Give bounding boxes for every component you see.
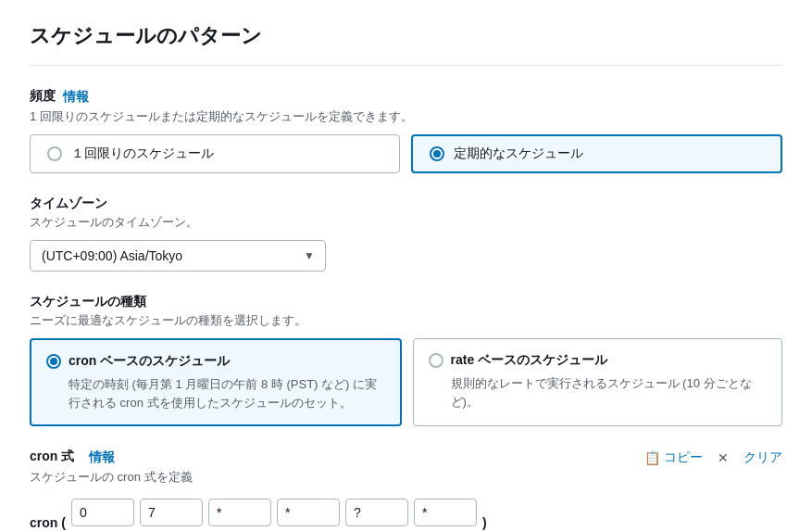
cron-header: cron 式 情報 📋 コピー ✕ クリア [30,449,782,467]
frequency-recurring-option[interactable]: 定期的なスケジュール [411,134,783,173]
frequency-once-radio [47,146,62,161]
timezone-section: タイムゾーン スケジュールのタイムゾーン。 (UTC+09:00) Asia/T… [30,196,782,272]
cron-description: スケジュールの cron 式を定義 [30,469,782,486]
cron-hour-input[interactable] [140,499,203,526]
cron-hour-wrapper: 時間 [140,499,203,531]
schedule-type-label: スケジュールの種類 [30,294,782,310]
frequency-description: 1 回限りのスケジュールまたは定期的なスケジュールを定義できます。 [30,108,782,125]
cron-copy-button[interactable]: 📋 コピー [644,449,703,466]
schedule-cron-label: cron ベースのスケジュール [69,353,230,370]
cron-actions: 📋 コピー ✕ クリア [644,449,782,466]
frequency-radio-group: １回限りのスケジュール 定期的なスケジュール [30,134,782,173]
schedule-rate-label: rate ベースのスケジュール [451,352,608,369]
timezone-description: スケジュールのタイムゾーン。 [30,214,782,231]
frequency-once-option[interactable]: １回限りのスケジュール [30,134,400,173]
cron-open-paren: cron ( [30,515,66,530]
cron-month-input[interactable] [277,499,340,526]
cron-day-of-month-input[interactable] [208,499,271,526]
cron-info-link[interactable]: 情報 [89,449,115,466]
schedule-type-group: cron ベースのスケジュール 特定の時刻 (毎月第 1 月曜日の午前 8 時 … [30,338,782,426]
cron-input-row: cron ( 分 時間 日付 月 曜日 [30,499,782,531]
cron-clear-button[interactable]: クリア [743,449,782,466]
timezone-select-wrapper: (UTC+09:00) Asia/Tokyo (UTC+00:00) UTC (… [30,240,326,272]
schedule-cron-radio [46,354,61,369]
cron-day-of-month-wrapper: 日付 [208,499,271,531]
cron-label: cron 式 [30,449,74,465]
cron-year-wrapper: 年 [414,499,477,531]
cron-section: cron 式 情報 📋 コピー ✕ クリア スケジュールの cron 式を定義 … [30,449,782,531]
schedule-rate-radio [429,353,443,368]
timezone-select[interactable]: (UTC+09:00) Asia/Tokyo (UTC+00:00) UTC (… [30,240,326,272]
schedule-rate-title-row: rate ベースのスケジュール [429,352,768,369]
cron-close-paren: ) [482,515,487,530]
cron-label-left: cron 式 情報 [30,449,115,467]
frequency-section: 頻度 情報 1 回限りのスケジュールまたは定期的なスケジュールを定義できます。 … [30,88,782,173]
cron-month-wrapper: 月 [277,499,340,531]
schedule-rate-card[interactable]: rate ベースのスケジュール 規則的なレートで実行されるスケジュール (10 … [413,338,783,426]
page-container: スケジュールのパターン 頻度 情報 1 回限りのスケジュールまたは定期的なスケジ… [0,0,812,531]
frequency-label: 頻度 [30,88,56,105]
cron-day-of-week-wrapper: 曜日 [345,499,408,531]
copy-icon: 📋 [644,450,660,465]
schedule-cron-title-row: cron ベースのスケジュール [46,353,385,370]
frequency-recurring-radio [430,146,444,161]
cron-action-divider: ✕ [718,450,729,465]
schedule-cron-desc: 特定の時刻 (毎月第 1 月曜日の午前 8 時 (PST) など) に実行される… [69,375,385,411]
cron-copy-label: コピー [664,449,703,466]
schedule-type-section: スケジュールの種類 ニーズに最適なスケジュールの種類を選択します。 cron ベ… [30,294,782,426]
cron-minute-input[interactable] [71,499,134,526]
cron-minute-wrapper: 分 [71,499,134,531]
schedule-type-description: ニーズに最適なスケジュールの種類を選択します。 [30,312,782,329]
frequency-recurring-label: 定期的なスケジュール [454,145,583,162]
cron-clear-label: クリア [743,449,782,466]
schedule-rate-desc: 規則的なレートで実行されるスケジュール (10 分ごとなど)。 [451,374,768,411]
timezone-label: タイムゾーン [30,196,782,212]
frequency-info-link[interactable]: 情報 [63,89,89,106]
cron-day-of-week-input[interactable] [345,499,408,526]
page-title: スケジュールのパターン [30,22,782,66]
cron-year-input[interactable] [414,499,477,526]
schedule-cron-card[interactable]: cron ベースのスケジュール 特定の時刻 (毎月第 1 月曜日の午前 8 時 … [30,338,402,426]
frequency-once-label: １回限りのスケジュール [71,145,214,162]
